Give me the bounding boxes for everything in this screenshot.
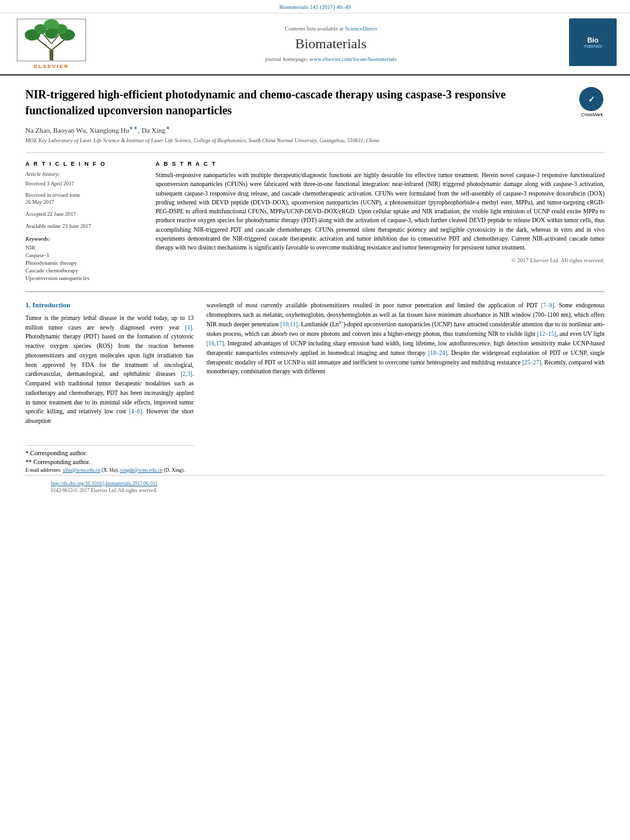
author-da-xing: Da Xing∗ <box>142 126 170 134</box>
crossmark-label: CrossMark <box>579 112 605 117</box>
intro-heading: 1. Introduction <box>25 301 194 309</box>
svg-rect-0 <box>50 50 53 60</box>
intro-number: 1. <box>25 301 30 309</box>
svg-line-1 <box>36 37 51 50</box>
crossmark-area: ✓ CrossMark <box>579 87 605 117</box>
article-info-abstract: A R T I C L E I N F O Article history: R… <box>25 161 605 283</box>
author-na-zhao: Na Zhao, <box>25 126 53 134</box>
article-authors: Na Zhao, Baoyan Wu, Xianglong Hu∗∗, Da X… <box>25 125 570 134</box>
history-title: Article history: <box>25 171 143 177</box>
revised-date: 26 May 2017 <box>25 199 54 205</box>
journal-header: ELSEVIER Contents lists available at Sci… <box>0 13 630 76</box>
article-title-section: NIR-triggered high-efficient photodynami… <box>25 87 605 153</box>
article-title-area: NIR-triggered high-efficient photodynami… <box>25 87 570 147</box>
accepted-item: Accepted 22 June 2017 <box>25 210 143 217</box>
ref-18-24[interactable]: [18–24] <box>428 350 447 356</box>
sciencedirect-link: Contents lists available at ScienceDirec… <box>99 25 563 32</box>
email-footnote: E-mail addresses: xlhu@scnu.edu.cn (X. H… <box>25 467 194 473</box>
available-date: Available online 23 June 2017 <box>25 223 91 229</box>
intro-right-col: wavelength of most currently available p… <box>206 301 605 475</box>
keyword-ucnp: Upconversion nanoparticles <box>25 275 143 281</box>
intro-left-col: 1. Introduction Tumor is the primary let… <box>25 301 194 475</box>
keyword-pdt: Photodynamic therapy <box>25 260 143 266</box>
article-affiliation: MOE Key Laboratory of Laser Life Science… <box>25 137 570 143</box>
biomaterials-badge-area: Bio materials <box>569 18 620 69</box>
article-info-label: A R T I C L E I N F O <box>25 161 143 167</box>
intro-title: Introduction <box>32 301 70 309</box>
ref-25-27[interactable]: [25–27] <box>522 359 541 366</box>
elsevier-logo-area: ELSEVIER <box>10 18 93 69</box>
ref-12-15[interactable]: [12–15] <box>537 331 556 337</box>
received-revised-item: Received in revised form 26 May 2017 <box>25 192 143 205</box>
footnote-1: * Corresponding author. <box>25 450 194 457</box>
intro-left-text: Tumor is the primary lethal disease in t… <box>25 314 194 426</box>
article-title: NIR-triggered high-efficient photodynami… <box>25 87 570 119</box>
section-divider <box>25 291 605 292</box>
keyword-caspase3: Caspase-3 <box>25 252 143 258</box>
email-1-link[interactable]: xlhu@scnu.edu.cn <box>63 467 100 473</box>
badge-subtitle: materials <box>584 44 601 48</box>
ref-7-9[interactable]: [7–9] <box>541 302 554 309</box>
footnote-2: ** Corresponding author. <box>25 458 194 465</box>
ref-16-17[interactable]: [16,17] <box>206 340 224 347</box>
keywords-title: Keywords: <box>25 236 143 242</box>
page: Biomaterials 141 (2017) 40–49 <box>0 0 630 840</box>
badge-title: Bio <box>587 36 599 44</box>
doi-anchor[interactable]: http://dx.doi.org/10.1016/j.biomaterials… <box>51 481 158 486</box>
main-content: NIR-triggered high-efficient photodynami… <box>0 76 630 510</box>
svg-point-10 <box>45 29 58 39</box>
keywords-section: Keywords: NIR Caspase-3 Photodynamic the… <box>25 236 143 281</box>
elsevier-tree-icon <box>17 18 86 62</box>
abstract-label: A B S T R A C T <box>156 161 605 167</box>
ref-10-11[interactable]: [10,11] <box>281 322 298 328</box>
footnotes-area: * Corresponding author. ** Corresponding… <box>25 445 194 473</box>
keyword-nir: NIR <box>25 244 143 251</box>
available-online-item: Available online 23 June 2017 <box>25 222 143 229</box>
ref-2-3[interactable]: [2,3] <box>180 371 192 377</box>
abstract-col: A B S T R A C T Stimuli-responsive nanop… <box>156 161 605 283</box>
ref-1[interactable]: [1] <box>185 324 192 331</box>
journal-citation: Biomaterials 141 (2017) 40–49 <box>279 4 351 10</box>
crossmark-icon[interactable]: ✓ <box>579 87 603 111</box>
accepted-date: Accepted 22 June 2017 <box>25 211 76 217</box>
journal-citation-bar: Biomaterials 141 (2017) 40–49 <box>0 0 630 13</box>
page-footer: http://dx.doi.org/10.1016/j.biomaterials… <box>25 475 605 498</box>
received-item: Received 3 April 2017 <box>25 180 143 187</box>
homepage-url[interactable]: www.elsevier.com/locate/biomaterials <box>309 56 396 62</box>
introduction-section: 1. Introduction Tumor is the primary let… <box>25 301 605 475</box>
email-2-link[interactable]: xingda@scnu.edu.cn <box>120 467 163 473</box>
doi-link: http://dx.doi.org/10.1016/j.biomaterials… <box>51 481 579 486</box>
article-history: Article history: Received 3 April 2017 R… <box>25 171 143 229</box>
article-info-col: A R T I C L E I N F O Article history: R… <box>25 161 143 283</box>
journal-center-info: Contents lists available at ScienceDirec… <box>99 25 563 62</box>
intro-right-text: wavelength of most currently available p… <box>206 301 605 377</box>
ref-4-6[interactable]: [4–6] <box>129 408 142 415</box>
biomaterials-badge: Bio materials <box>569 18 617 66</box>
copyright: © 2017 Elsevier Ltd. All rights reserved… <box>156 257 605 263</box>
journal-title: Biomaterials <box>99 36 563 52</box>
revised-label: Received in revised form <box>25 192 143 198</box>
abstract-text: Stimuli-responsive nanoparticles with mu… <box>156 171 605 252</box>
keyword-cascade: Cascade chemotherapy <box>25 267 143 274</box>
author-baoyan-wu: Baoyan Wu, <box>53 126 90 134</box>
homepage-link: journal homepage: www.elsevier.com/locat… <box>99 56 563 62</box>
received-date: Received 3 April 2017 <box>25 180 74 187</box>
author-xianglong-hu: Xianglong Hu∗∗, <box>90 126 142 134</box>
elsevier-text: ELSEVIER <box>34 63 69 69</box>
sciencedirect-url[interactable]: ScienceDirect <box>345 25 377 32</box>
issn-line: 0142-9612/© 2017 Elsevier Ltd. All right… <box>51 488 579 493</box>
